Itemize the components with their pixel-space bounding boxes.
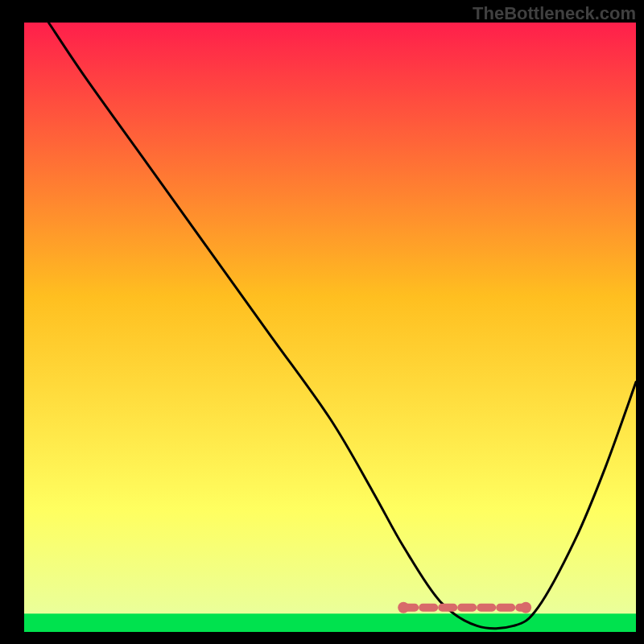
green-strip	[24, 613, 636, 632]
watermark-text: TheBottleneck.com	[473, 3, 636, 24]
optimal-band-start-dot	[398, 602, 409, 613]
heat-background	[24, 23, 636, 632]
optimal-band-end-dot	[520, 602, 531, 613]
chart-stage: { "watermark": "TheBottleneck.com", "col…	[0, 0, 644, 644]
bottleneck-chart	[0, 0, 644, 644]
